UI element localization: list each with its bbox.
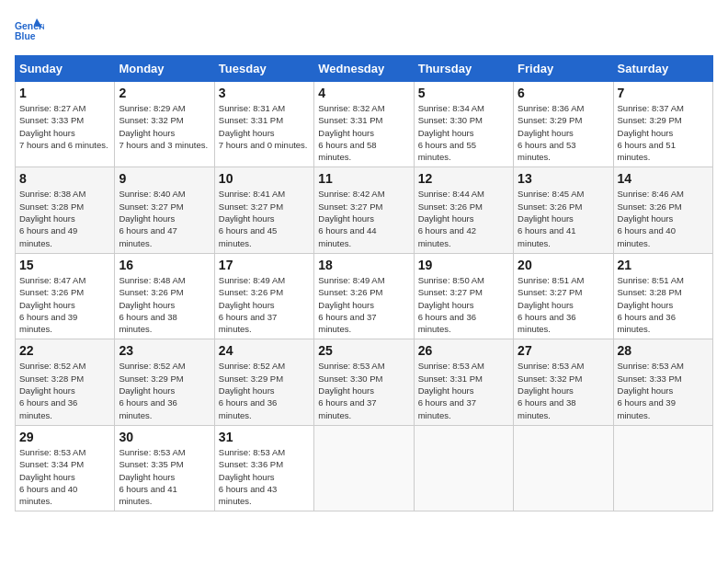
day-number: 8 [19, 171, 110, 186]
svg-text:Blue: Blue [15, 31, 36, 41]
day-cell [514, 425, 613, 511]
day-number: 20 [518, 258, 609, 272]
day-number: 10 [219, 171, 310, 186]
day-info: Sunrise: 8:51 AM Sunset: 3:28 PM Dayligh… [618, 274, 709, 335]
week-row-3: 15 Sunrise: 8:47 AM Sunset: 3:26 PM Dayl… [16, 253, 713, 339]
day-info: Sunrise: 8:42 AM Sunset: 3:27 PM Dayligh… [318, 188, 409, 248]
day-number: 27 [518, 343, 609, 358]
calendar-header-row: SundayMondayTuesdayWednesdayThursdayFrid… [16, 56, 713, 82]
day-number: 21 [618, 258, 709, 272]
day-cell: 11 Sunrise: 8:42 AM Sunset: 3:27 PM Dayl… [314, 167, 414, 253]
day-cell: 25 Sunrise: 8:53 AM Sunset: 3:30 PM Dayl… [314, 339, 414, 425]
day-cell: 13 Sunrise: 8:45 AM Sunset: 3:26 PM Dayl… [514, 167, 613, 253]
day-number: 11 [318, 171, 409, 186]
day-info: Sunrise: 8:46 AM Sunset: 3:26 PM Dayligh… [618, 188, 709, 248]
day-cell: 29 Sunrise: 8:53 AM Sunset: 3:34 PM Dayl… [16, 425, 115, 511]
day-info: Sunrise: 8:52 AM Sunset: 3:29 PM Dayligh… [219, 360, 310, 420]
day-number: 22 [19, 343, 110, 358]
day-number: 25 [318, 343, 409, 358]
day-info: Sunrise: 8:29 AM Sunset: 3:32 PM Dayligh… [119, 102, 210, 151]
day-info: Sunrise: 8:52 AM Sunset: 3:29 PM Dayligh… [119, 360, 210, 420]
day-info: Sunrise: 8:41 AM Sunset: 3:27 PM Dayligh… [219, 188, 310, 248]
day-cell: 24 Sunrise: 8:52 AM Sunset: 3:29 PM Dayl… [214, 339, 313, 425]
day-cell: 15 Sunrise: 8:47 AM Sunset: 3:26 PM Dayl… [16, 253, 115, 339]
day-info: Sunrise: 8:53 AM Sunset: 3:31 PM Dayligh… [418, 360, 509, 420]
day-info: Sunrise: 8:53 AM Sunset: 3:35 PM Dayligh… [119, 446, 210, 507]
day-cell: 8 Sunrise: 8:38 AM Sunset: 3:28 PM Dayli… [16, 167, 115, 253]
day-number: 2 [119, 86, 210, 100]
day-info: Sunrise: 8:53 AM Sunset: 3:32 PM Dayligh… [518, 360, 609, 420]
day-cell: 31 Sunrise: 8:53 AM Sunset: 3:36 PM Dayl… [214, 425, 313, 511]
day-info: Sunrise: 8:51 AM Sunset: 3:27 PM Dayligh… [518, 274, 609, 335]
page-header: General Blue [15, 15, 713, 44]
week-row-1: 1 Sunrise: 8:27 AM Sunset: 3:33 PM Dayli… [16, 82, 713, 167]
day-cell: 16 Sunrise: 8:48 AM Sunset: 3:26 PM Dayl… [115, 253, 214, 339]
day-number: 6 [518, 86, 609, 100]
column-header-saturday: Saturday [613, 56, 712, 82]
day-number: 7 [618, 86, 709, 100]
day-cell: 18 Sunrise: 8:49 AM Sunset: 3:26 PM Dayl… [314, 253, 414, 339]
day-number: 17 [219, 258, 310, 272]
day-cell: 10 Sunrise: 8:41 AM Sunset: 3:27 PM Dayl… [214, 167, 313, 253]
day-info: Sunrise: 8:53 AM Sunset: 3:33 PM Dayligh… [618, 360, 709, 420]
day-cell: 6 Sunrise: 8:36 AM Sunset: 3:29 PM Dayli… [514, 82, 613, 167]
day-cell: 30 Sunrise: 8:53 AM Sunset: 3:35 PM Dayl… [115, 425, 214, 511]
day-number: 1 [19, 86, 110, 100]
day-info: Sunrise: 8:37 AM Sunset: 3:29 PM Dayligh… [618, 102, 709, 163]
day-number: 30 [119, 430, 210, 444]
day-info: Sunrise: 8:36 AM Sunset: 3:29 PM Dayligh… [518, 102, 609, 163]
day-cell: 27 Sunrise: 8:53 AM Sunset: 3:32 PM Dayl… [514, 339, 613, 425]
day-cell: 21 Sunrise: 8:51 AM Sunset: 3:28 PM Dayl… [613, 253, 712, 339]
day-number: 24 [219, 343, 310, 358]
day-number: 12 [418, 171, 509, 186]
day-cell: 22 Sunrise: 8:52 AM Sunset: 3:28 PM Dayl… [16, 339, 115, 425]
day-number: 13 [518, 171, 609, 186]
calendar-table: SundayMondayTuesdayWednesdayThursdayFrid… [15, 55, 713, 511]
day-info: Sunrise: 8:53 AM Sunset: 3:36 PM Dayligh… [219, 446, 310, 507]
day-number: 15 [19, 258, 110, 272]
day-info: Sunrise: 8:45 AM Sunset: 3:26 PM Dayligh… [518, 188, 609, 248]
day-info: Sunrise: 8:32 AM Sunset: 3:31 PM Dayligh… [318, 102, 409, 163]
day-info: Sunrise: 8:40 AM Sunset: 3:27 PM Dayligh… [119, 188, 210, 248]
day-info: Sunrise: 8:27 AM Sunset: 3:33 PM Dayligh… [19, 102, 110, 151]
day-info: Sunrise: 8:48 AM Sunset: 3:26 PM Dayligh… [119, 274, 210, 335]
day-number: 5 [418, 86, 509, 100]
day-info: Sunrise: 8:49 AM Sunset: 3:26 PM Dayligh… [318, 274, 409, 335]
day-cell: 26 Sunrise: 8:53 AM Sunset: 3:31 PM Dayl… [414, 339, 513, 425]
column-header-tuesday: Tuesday [214, 56, 313, 82]
day-info: Sunrise: 8:31 AM Sunset: 3:31 PM Dayligh… [219, 102, 310, 151]
day-info: Sunrise: 8:53 AM Sunset: 3:34 PM Dayligh… [19, 446, 110, 507]
week-row-5: 29 Sunrise: 8:53 AM Sunset: 3:34 PM Dayl… [16, 425, 713, 511]
day-number: 29 [19, 430, 110, 444]
week-row-4: 22 Sunrise: 8:52 AM Sunset: 3:28 PM Dayl… [16, 339, 713, 425]
day-info: Sunrise: 8:49 AM Sunset: 3:26 PM Dayligh… [219, 274, 310, 335]
day-info: Sunrise: 8:52 AM Sunset: 3:28 PM Dayligh… [19, 360, 110, 420]
day-info: Sunrise: 8:44 AM Sunset: 3:26 PM Dayligh… [418, 188, 509, 248]
day-cell: 20 Sunrise: 8:51 AM Sunset: 3:27 PM Dayl… [514, 253, 613, 339]
day-cell: 3 Sunrise: 8:31 AM Sunset: 3:31 PM Dayli… [214, 82, 313, 167]
day-info: Sunrise: 8:47 AM Sunset: 3:26 PM Dayligh… [19, 274, 110, 335]
day-cell: 17 Sunrise: 8:49 AM Sunset: 3:26 PM Dayl… [214, 253, 313, 339]
day-number: 9 [119, 171, 210, 186]
day-cell: 19 Sunrise: 8:50 AM Sunset: 3:27 PM Dayl… [414, 253, 513, 339]
column-header-thursday: Thursday [414, 56, 513, 82]
day-number: 28 [618, 343, 709, 358]
column-header-sunday: Sunday [16, 56, 115, 82]
column-header-friday: Friday [514, 56, 613, 82]
column-header-wednesday: Wednesday [314, 56, 414, 82]
day-number: 23 [119, 343, 210, 358]
day-number: 3 [219, 86, 310, 100]
day-info: Sunrise: 8:50 AM Sunset: 3:27 PM Dayligh… [418, 274, 509, 335]
day-cell: 14 Sunrise: 8:46 AM Sunset: 3:26 PM Dayl… [613, 167, 712, 253]
day-number: 16 [119, 258, 210, 272]
day-cell: 4 Sunrise: 8:32 AM Sunset: 3:31 PM Dayli… [314, 82, 414, 167]
day-number: 14 [618, 171, 709, 186]
day-cell: 28 Sunrise: 8:53 AM Sunset: 3:33 PM Dayl… [613, 339, 712, 425]
day-cell: 5 Sunrise: 8:34 AM Sunset: 3:30 PM Dayli… [414, 82, 513, 167]
day-number: 19 [418, 258, 509, 272]
calendar-body: 1 Sunrise: 8:27 AM Sunset: 3:33 PM Dayli… [16, 82, 713, 511]
day-cell [314, 425, 414, 511]
day-number: 31 [219, 430, 310, 444]
day-cell: 1 Sunrise: 8:27 AM Sunset: 3:33 PM Dayli… [16, 82, 115, 167]
day-info: Sunrise: 8:53 AM Sunset: 3:30 PM Dayligh… [318, 360, 409, 420]
